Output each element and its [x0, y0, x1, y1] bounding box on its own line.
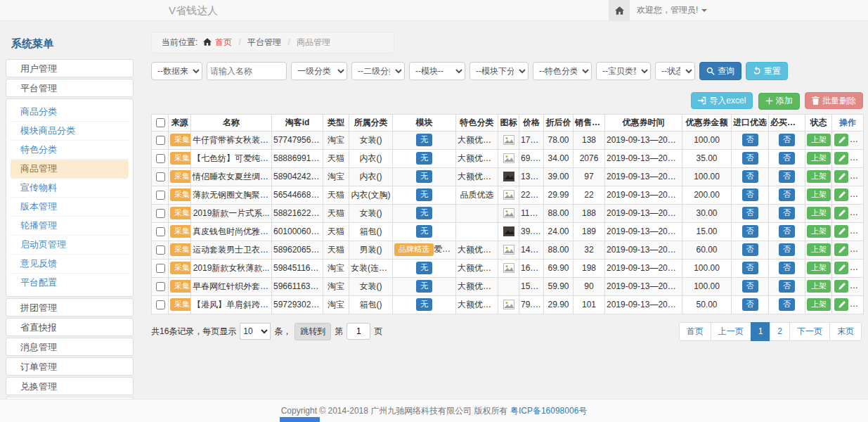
import-select-badge[interactable]: 否 — [742, 225, 758, 237]
row-checkbox[interactable] — [156, 209, 165, 218]
add-button-label: 添加 — [776, 95, 793, 107]
row-checkbox[interactable] — [156, 154, 165, 163]
import-select-badge[interactable]: 否 — [742, 207, 758, 219]
icp-link[interactable]: 粤ICP备16098006号 — [510, 406, 587, 416]
import-select-badge[interactable]: 否 — [742, 298, 758, 310]
sidebar-subitem-1[interactable]: 商品分类 — [11, 103, 129, 122]
filter-category-l2-select[interactable]: --二级分类-- — [351, 62, 405, 80]
sidebar-item-4[interactable]: 省直快报 — [6, 318, 134, 336]
home-button[interactable] — [609, 0, 630, 20]
edit-button[interactable] — [834, 188, 848, 201]
filter-module-select[interactable]: --模块-- — [409, 62, 465, 80]
sidebar-subitem-5[interactable]: 宣传物料 — [11, 179, 129, 198]
page-button-4[interactable]: 2 — [770, 322, 790, 341]
sidebar-subitem-6[interactable]: 版本管理 — [11, 198, 129, 217]
must-buy-badge[interactable]: 否 — [779, 170, 795, 182]
pencil-square-icon — [838, 264, 846, 272]
row-checkbox[interactable] — [156, 264, 165, 273]
sidebar-item-6[interactable]: 订单管理 — [6, 357, 134, 376]
sidebar-subitem-3[interactable]: 特色分类 — [11, 141, 129, 160]
sidebar-item-3[interactable]: 拼团管理 — [6, 298, 134, 316]
sidebar-subitem-7[interactable]: 轮播管理 — [11, 217, 129, 236]
sidebar-item-1[interactable]: 用户管理 — [6, 59, 134, 77]
user-menu[interactable]: 欢迎您，管理员! — [637, 0, 707, 20]
filter-data-source-select[interactable]: --数据来源-- — [151, 62, 202, 80]
edit-button[interactable] — [834, 243, 848, 256]
must-buy-badge[interactable]: 否 — [779, 152, 795, 164]
edit-button[interactable] — [834, 262, 848, 274]
must-buy-badge[interactable]: 否 — [779, 280, 795, 292]
column-header-source: 来源 — [169, 114, 191, 131]
sidebar-item-2[interactable]: 平台管理 — [6, 79, 134, 97]
status-badge[interactable]: 上架 — [807, 207, 831, 219]
page-button-2[interactable]: 上一页 — [711, 322, 751, 341]
add-button[interactable]: 添加 — [758, 93, 800, 110]
import-excel-button[interactable]: 导入excel — [691, 92, 753, 109]
status-badge[interactable]: 上架 — [807, 134, 831, 146]
must-buy-badge[interactable]: 否 — [779, 298, 795, 310]
edit-button[interactable] — [834, 134, 848, 146]
sidebar-subitem-10[interactable]: 平台配置 — [11, 274, 129, 293]
status-badge[interactable]: 上架 — [807, 170, 831, 182]
reset-button[interactable]: 重置 — [746, 62, 788, 80]
status-badge[interactable]: 上架 — [807, 188, 831, 200]
sidebar-subitem-4[interactable]: 商品管理 — [11, 160, 129, 179]
sidebar-subitem-9[interactable]: 意见反馈 — [11, 255, 129, 274]
filter-module-sub-select[interactable]: --模块下分类-- — [469, 62, 529, 80]
must-buy-badge[interactable]: 否 — [779, 188, 795, 200]
edit-button[interactable] — [834, 225, 848, 238]
filter-name-input[interactable] — [207, 62, 287, 80]
must-buy-badge[interactable]: 否 — [779, 225, 795, 237]
batch-delete-button[interactable]: 批量删除 — [805, 92, 863, 109]
row-checkbox[interactable] — [156, 300, 165, 309]
row-checkbox[interactable] — [156, 191, 165, 200]
edit-button[interactable] — [834, 152, 848, 165]
page-button-6[interactable]: 末页 — [829, 322, 862, 341]
page-button-3[interactable]: 1 — [751, 322, 771, 341]
status-badge[interactable]: 上架 — [807, 152, 831, 164]
filter-item-type-select[interactable]: --宝贝类型-- — [596, 62, 651, 80]
select-all-checkbox[interactable] — [156, 118, 165, 127]
import-select-badge[interactable]: 否 — [742, 170, 758, 182]
status-badge[interactable]: 上架 — [807, 298, 831, 310]
sidebar-subitem-2[interactable]: 模块商品分类 — [11, 122, 129, 141]
search-button[interactable]: 查询 — [699, 62, 741, 80]
edit-button[interactable] — [834, 207, 848, 219]
row-checkbox[interactable] — [156, 136, 165, 145]
sidebar-subitem-8[interactable]: 启动页管理 — [11, 236, 129, 255]
import-select-badge[interactable]: 否 — [742, 134, 758, 146]
row-checkbox[interactable] — [156, 172, 165, 181]
sidebar-item-7[interactable]: 兑换管理 — [6, 377, 134, 395]
edit-button[interactable] — [834, 280, 848, 293]
import-select-badge[interactable]: 否 — [742, 188, 758, 200]
page-button-5[interactable]: 下一页 — [789, 322, 830, 341]
import-select-badge[interactable]: 否 — [742, 262, 758, 274]
filter-category-l1-select[interactable]: 一级分类 — [291, 62, 347, 80]
edit-button[interactable] — [834, 298, 848, 311]
status-badge[interactable]: 上架 — [807, 280, 831, 292]
import-select-badge[interactable]: 否 — [742, 243, 758, 255]
filter-status-select[interactable]: --状态-- — [655, 62, 695, 80]
must-buy-badge[interactable]: 否 — [779, 207, 795, 219]
cell-coupon_time: 2019-09-13—2019-09-17 — [605, 131, 682, 149]
cell-taoke_id: 588216228899 — [272, 204, 323, 222]
must-buy-badge[interactable]: 否 — [779, 134, 795, 146]
page-number-input[interactable] — [346, 323, 370, 340]
import-select-badge[interactable]: 否 — [742, 152, 758, 164]
row-checkbox[interactable] — [156, 227, 165, 236]
import-select-badge[interactable]: 否 — [742, 280, 758, 292]
must-buy-badge[interactable]: 否 — [779, 243, 795, 255]
status-badge[interactable]: 上架 — [807, 262, 831, 274]
filter-feature-select[interactable]: --特色分类-- — [533, 62, 592, 80]
status-badge[interactable]: 上架 — [807, 225, 831, 237]
row-checkbox[interactable] — [156, 282, 165, 291]
row-checkbox[interactable] — [156, 245, 165, 255]
jump-to-button[interactable]: 跳转到 — [294, 323, 331, 340]
breadcrumb-home-link[interactable]: 首页 — [215, 37, 232, 47]
edit-button[interactable] — [834, 170, 848, 183]
per-page-select[interactable]: 10 — [240, 323, 271, 340]
status-badge[interactable]: 上架 — [807, 243, 831, 255]
sidebar-item-5[interactable]: 消息管理 — [6, 338, 134, 356]
page-button-1[interactable]: 首页 — [679, 322, 711, 341]
must-buy-badge[interactable]: 否 — [779, 262, 795, 274]
